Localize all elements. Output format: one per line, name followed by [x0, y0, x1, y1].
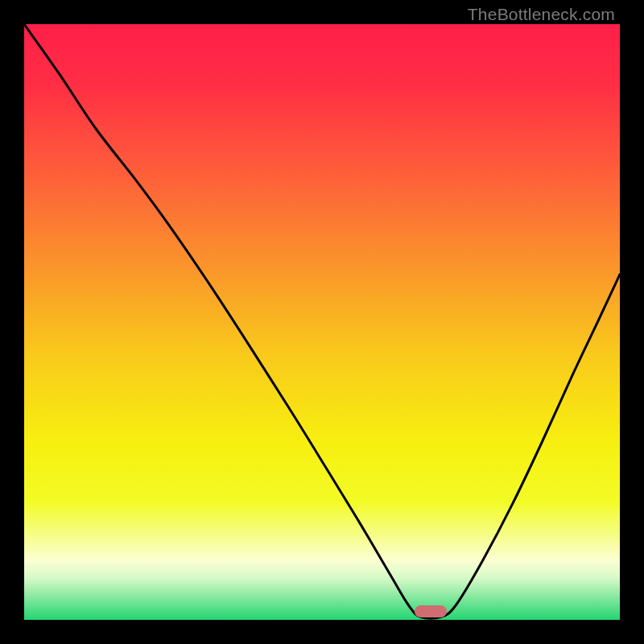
outer-frame: TheBottleneck.com [0, 0, 644, 644]
svg-rect-0 [24, 24, 620, 620]
watermark-text: TheBottleneck.com [468, 5, 615, 24]
background-gradient [24, 24, 620, 620]
plot-area [24, 24, 620, 620]
optimal-marker [415, 605, 447, 617]
